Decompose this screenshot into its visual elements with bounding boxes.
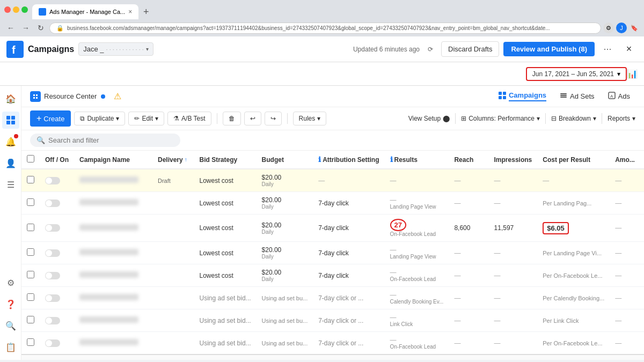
row-checkbox-cell [21, 169, 40, 192]
resource-center-link[interactable]: Resource Center [30, 91, 105, 102]
analytics-icon[interactable]: 📊 [627, 69, 638, 79]
row-checkbox[interactable] [27, 224, 34, 231]
row-checkbox[interactable] [27, 248, 34, 256]
campaign-toggle[interactable] [45, 272, 60, 279]
summary-reach-value: 8,600 [454, 359, 483, 360]
campaign-toggle[interactable] [45, 249, 60, 257]
duplicate-button[interactable]: ⧉ Duplicate ▾ [74, 112, 125, 125]
campaign-toggle[interactable] [45, 177, 60, 184]
col-checkbox [21, 151, 40, 169]
create-button[interactable]: + Create [30, 110, 71, 127]
discard-drafts-button[interactable]: Discard Drafts [441, 41, 499, 57]
results-highlighted-value: 27 [390, 219, 406, 231]
sidebar-home-icon[interactable]: 🏠 [2, 90, 19, 107]
row-checkbox[interactable] [27, 316, 34, 323]
search-input-wrapper[interactable]: 🔍 [30, 134, 180, 147]
col-budget: Budget [257, 151, 313, 169]
close-button[interactable]: × [620, 41, 638, 58]
campaign-toggle[interactable] [45, 200, 60, 207]
toolbar: + Create ⧉ Duplicate ▾ ✏ Edit ▾ ⚗ A/B Te… [21, 107, 644, 130]
new-tab-button[interactable]: + [138, 4, 153, 19]
row-impressions-cell: — [489, 309, 538, 332]
search-input[interactable] [48, 136, 156, 144]
row-checkbox[interactable] [27, 198, 34, 206]
campaigns-nav-link[interactable]: Campaigns [493, 89, 552, 104]
summary-checkbox-cell [21, 354, 40, 360]
results-info-icon[interactable]: ℹ [390, 156, 393, 164]
toolbar-separator-4 [545, 113, 546, 124]
row-cost-cell: Per Landing Pag... [537, 192, 610, 215]
main-layout: 🏠 🔔 👤 ☰ ⚙ ❓ 🔍 📋 [0, 86, 644, 360]
svg-rect-7 [33, 94, 35, 96]
breakdown-button[interactable]: ⊟ Breakdown ▾ [551, 115, 596, 122]
warning-icon: ⚠ [114, 91, 121, 101]
row-checkbox[interactable] [27, 176, 34, 183]
row-checkbox[interactable] [27, 293, 34, 301]
row-campaign-name-cell [74, 169, 152, 192]
table-row: Lowest cost $20.00 Daily 7-day click — L… [21, 242, 644, 264]
back-button[interactable]: ← [4, 21, 17, 34]
tab-close-icon[interactable]: × [128, 8, 132, 16]
sidebar-menu-icon[interactable]: ☰ [2, 176, 19, 193]
row-checkbox[interactable] [27, 338, 34, 346]
address-text: business.facebook.com/adsmanager/manage/… [67, 25, 594, 31]
sidebar-help-icon[interactable]: ❓ [2, 295, 19, 313]
window-max-btn[interactable] [21, 6, 28, 13]
window-min-btn[interactable] [13, 6, 19, 13]
campaign-toggle[interactable] [45, 317, 60, 324]
svg-rect-17 [560, 97, 567, 98]
rules-button[interactable]: Rules ▾ [293, 112, 327, 125]
account-selector[interactable]: Jace _ · · · · · · · · · · · · ▾ [78, 42, 153, 56]
campaign-name-blurred [79, 199, 138, 205]
columns-button[interactable]: ⊞ Columns: Performance ▾ [461, 115, 540, 122]
delivery-sort-icon: ↑ [185, 157, 187, 162]
campaign-toggle[interactable] [45, 294, 60, 302]
campaign-toggle[interactable] [45, 224, 60, 232]
sidebar-grid-icon[interactable] [2, 112, 19, 129]
address-bar[interactable]: 🔒 business.facebook.com/adsmanager/manag… [49, 23, 601, 34]
summary-cost-cell: — [537, 354, 610, 360]
browser-tab-active[interactable]: Ads Manager - Manage Ca... × [32, 4, 138, 19]
redo-button[interactable]: ↪ [265, 112, 282, 125]
window-close-btn[interactable] [4, 6, 11, 13]
sidebar-notification-icon[interactable]: 🔔 [2, 133, 19, 150]
row-results-cell: — Landing Page View [385, 242, 449, 264]
row-budget-cell: Using ad set bu... [257, 309, 313, 332]
attribution-info-icon[interactable]: ℹ [318, 156, 321, 164]
extensions-icon[interactable]: ⚙ [603, 23, 614, 33]
row-amount-cell: — [610, 309, 644, 332]
sidebar-search-icon[interactable]: 🔍 [2, 317, 19, 334]
sidebar-settings-icon[interactable]: ⚙ [2, 274, 19, 291]
extension-1[interactable]: 🔖 [629, 23, 640, 33]
row-cost-cell: $6.05 [537, 215, 610, 242]
select-all-checkbox[interactable] [27, 155, 34, 162]
forward-button[interactable]: → [19, 21, 32, 34]
undo-button[interactable]: ↩ [244, 112, 261, 125]
row-amount-cell: — [610, 192, 644, 215]
reload-button[interactable]: ↻ [34, 21, 47, 34]
toolbar-separator-3 [455, 113, 456, 124]
ads-nav-link[interactable]: A Ads [602, 89, 635, 104]
view-setup-button[interactable]: View Setup ⬤ [408, 115, 450, 122]
sidebar-person-icon[interactable]: 👤 [2, 154, 19, 172]
ad-sets-nav-link[interactable]: Ad Sets [554, 89, 600, 104]
row-bid-strategy-cell: Using ad set bid... [194, 287, 257, 309]
delete-button[interactable]: 🗑 [223, 112, 241, 125]
row-checkbox[interactable] [27, 271, 34, 278]
more-options-button[interactable]: ··· [599, 41, 616, 58]
col-attribution: ℹ Attribution Setting [313, 151, 384, 169]
refresh-button[interactable]: ⟳ [424, 43, 437, 56]
fb-logo-icon: f [6, 41, 24, 58]
reports-button[interactable]: Reports ▾ [608, 115, 635, 122]
date-range-button[interactable]: Jun 17, 2021 – Jun 25, 2021 ▾ [526, 67, 627, 81]
sidebar-activity-icon[interactable]: 📋 [2, 338, 19, 356]
review-publish-button[interactable]: Review and Publish (8) [503, 42, 595, 56]
ab-test-button[interactable]: ⚗ A/B Test [167, 112, 211, 125]
browser-nav-icons: ⚙ J 🔖 [603, 23, 640, 33]
row-impressions-cell: — [489, 264, 538, 287]
profile-icon[interactable]: J [616, 23, 627, 33]
campaign-toggle[interactable] [45, 339, 60, 347]
row-delivery-cell [152, 309, 194, 332]
breakdown-chevron-icon: ▾ [593, 115, 596, 122]
edit-button[interactable]: ✏ Edit ▾ [128, 112, 164, 125]
